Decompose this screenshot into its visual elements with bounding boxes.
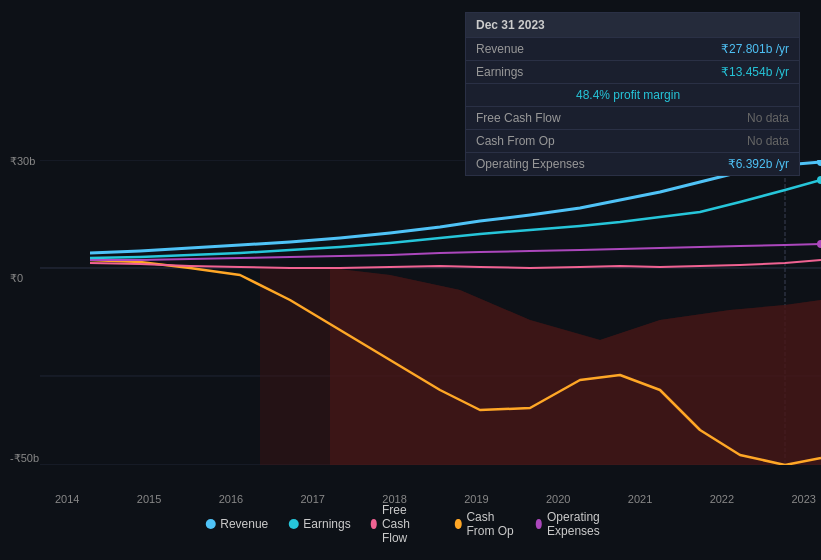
legend-label-fcf: Free Cash Flow [382,503,435,545]
x-label-2022: 2022 [710,493,734,505]
svg-point-9 [817,240,821,248]
chart-svg [40,160,821,465]
legend-dot-cashfromop [455,519,461,529]
legend-label-earnings: Earnings [303,517,350,531]
svg-point-7 [817,160,821,166]
chart-legend: Revenue Earnings Free Cash Flow Cash Fro… [205,503,616,545]
x-label-2015: 2015 [137,493,161,505]
legend-dot-fcf [371,519,377,529]
tooltip-value-opex: ₹6.392b /yr [728,157,789,171]
legend-cashfromop[interactable]: Cash From Op [455,510,516,538]
tooltip-value-revenue: ₹27.801b /yr [721,42,789,56]
tooltip-row-revenue: Revenue ₹27.801b /yr [466,37,799,60]
y-label-neg50: -₹50b [10,452,39,465]
svg-marker-6 [260,268,821,465]
tooltip-row-earnings: Earnings ₹13.454b /yr [466,60,799,83]
legend-label-opex: Operating Expenses [547,510,616,538]
legend-label-revenue: Revenue [220,517,268,531]
legend-dot-opex [536,519,542,529]
data-tooltip: Dec 31 2023 Revenue ₹27.801b /yr Earning… [465,12,800,176]
legend-dot-earnings [288,519,298,529]
legend-revenue[interactable]: Revenue [205,517,268,531]
tooltip-value-margin: 48.4% profit margin [576,88,680,102]
tooltip-label-opex: Operating Expenses [476,157,585,171]
tooltip-date: Dec 31 2023 [466,13,799,37]
tooltip-value-cashfromop: No data [747,134,789,148]
tooltip-label-fcf: Free Cash Flow [476,111,576,125]
legend-label-cashfromop: Cash From Op [466,510,515,538]
x-label-2023: 2023 [791,493,815,505]
svg-point-8 [817,176,821,184]
legend-earnings[interactable]: Earnings [288,517,350,531]
y-label-0: ₹0 [10,272,23,285]
tooltip-row-margin: 48.4% profit margin [466,83,799,106]
tooltip-label-earnings: Earnings [476,65,576,79]
tooltip-row-cashfromop: Cash From Op No data [466,129,799,152]
legend-fcf[interactable]: Free Cash Flow [371,503,435,545]
tooltip-row-fcf: Free Cash Flow No data [466,106,799,129]
tooltip-value-fcf: No data [747,111,789,125]
x-label-2014: 2014 [55,493,79,505]
tooltip-value-earnings: ₹13.454b /yr [721,65,789,79]
tooltip-label-cashfromop: Cash From Op [476,134,576,148]
tooltip-label-revenue: Revenue [476,42,576,56]
legend-opex[interactable]: Operating Expenses [536,510,616,538]
y-label-30: ₹30b [10,155,35,168]
x-label-2021: 2021 [628,493,652,505]
tooltip-row-opex: Operating Expenses ₹6.392b /yr [466,152,799,175]
legend-dot-revenue [205,519,215,529]
